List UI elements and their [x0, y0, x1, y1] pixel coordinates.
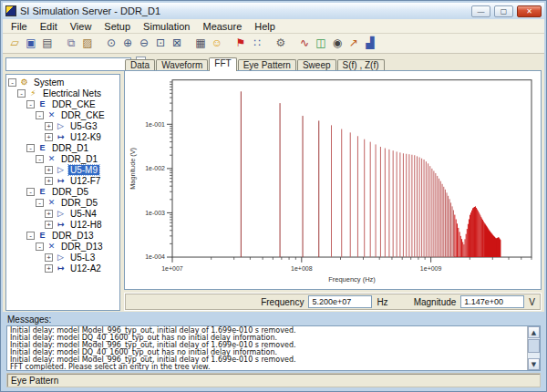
expander-icon[interactable]: + — [45, 133, 53, 141]
tree-item-u12-a2[interactable]: +↦U12-A2 — [6, 263, 119, 273]
toolbar-separator — [56, 36, 63, 51]
message-line: FFT completed. Please select an entry in… — [10, 364, 525, 371]
color-palette-icon[interactable]: ☺ — [209, 36, 225, 51]
scroll-thumb[interactable] — [528, 339, 540, 353]
close-button[interactable]: ✕ — [517, 5, 542, 17]
copy-icon[interactable]: ⧉ — [63, 36, 79, 51]
tree-item-u12-f7[interactable]: +↦U12-F7 — [6, 175, 119, 186]
messages-panel[interactable]: Initial delay: model Model_996_typ_out, … — [6, 325, 541, 371]
tree-item-electrical-nets[interactable]: -⚡Electrical Nets — [6, 88, 119, 98]
toolbar: ▱▣▤⧉▨⊙⊕⊖⊡⊠▦☺⚑∷⚙∿◫◉↗▟ — [3, 34, 544, 54]
driver-icon: ▷ — [56, 209, 66, 218]
expander-icon[interactable]: + — [45, 253, 53, 262]
magnitude-value: 1.147e+00 — [460, 295, 524, 308]
open-file-icon[interactable]: ▱ — [6, 36, 23, 51]
expander-icon[interactable]: - — [36, 199, 44, 207]
tree-item-u5-n4[interactable]: +▷U5-N4 — [6, 208, 119, 219]
messages-scrollbar[interactable]: ▲ ▼ — [527, 326, 540, 370]
menubar: FileEditViewSetupSimulationMeasureHelp — [3, 19, 544, 34]
tree-item-u12-h8[interactable]: +↦U12-H8 — [6, 219, 119, 230]
menu-item-help[interactable]: Help — [248, 20, 282, 33]
maximize-button[interactable]: ▢ — [494, 5, 513, 17]
tree-item-ddr-d13[interactable]: -✕DDR_D13 — [6, 241, 119, 252]
tree-item-ddr-d1[interactable]: -EDDR_D1 — [6, 142, 119, 153]
tree-item-label: U12-H8 — [68, 220, 103, 230]
expander-icon[interactable]: + — [45, 264, 53, 273]
run-simulation-icon[interactable]: ⚑ — [232, 36, 249, 51]
scroll-down-button[interactable]: ▼ — [528, 358, 540, 370]
nets-icon: ⚡ — [28, 88, 38, 98]
tree-item-label: U5-G3 — [68, 121, 98, 131]
expander-icon[interactable]: + — [45, 166, 53, 174]
subnet-icon: ✕ — [46, 198, 57, 207]
pin-icon[interactable]: ↗ — [346, 36, 362, 51]
tree-item-ddr-d13[interactable]: -EDDR_D13 — [6, 230, 119, 241]
expander-icon[interactable]: + — [45, 122, 53, 130]
net-icon: E — [37, 187, 47, 196]
toolbar-separator — [96, 36, 103, 51]
tree-item-ddr-d1[interactable]: -✕DDR_D1 — [6, 153, 119, 164]
export-image-icon[interactable]: ▨ — [79, 36, 96, 51]
expander-icon[interactable]: + — [45, 177, 53, 185]
tree-item-system[interactable]: -⚙System — [6, 77, 119, 88]
tree-item-label: System — [32, 77, 66, 88]
magnitude-label: Magnitude — [414, 297, 457, 307]
tree-item-label: Electrical Nets — [41, 88, 103, 98]
tree-item-ddr-cke[interactable]: -EDDR_CKE — [6, 98, 119, 109]
tab-fft[interactable]: FFT — [209, 57, 236, 71]
menu-item-setup[interactable]: Setup — [98, 20, 137, 33]
minimize-button[interactable]: — — [471, 5, 490, 17]
menu-item-simulation[interactable]: Simulation — [137, 20, 196, 33]
expander-icon[interactable]: + — [45, 221, 53, 229]
net-tree: -⚙System-⚡Electrical Nets-EDDR_CKE-✕DDR_… — [5, 74, 120, 311]
tree-item-ddr-d5[interactable]: -✕DDR_D5 — [6, 197, 119, 208]
frequency-value: 5.200e+07 — [308, 295, 372, 308]
print-icon[interactable]: ▤ — [39, 36, 56, 51]
menu-item-view[interactable]: View — [64, 20, 98, 33]
tree-item-label: DDR_D13 — [50, 231, 96, 241]
menu-item-edit[interactable]: Edit — [34, 20, 64, 33]
eye-mask-icon[interactable]: ◫ — [313, 36, 329, 51]
tools-icon[interactable]: ⚙ — [273, 36, 289, 51]
expander-icon[interactable]: - — [8, 78, 16, 87]
eye-icon[interactable]: ◉ — [329, 36, 346, 51]
zoom-cursor-icon[interactable]: ⊠ — [169, 36, 185, 51]
tree-item-u5-m9[interactable]: +▷U5-M9 — [6, 164, 119, 175]
fft-chart[interactable]: 1e+0071e+0081e+0091e-0011e-0021e-0031e-0… — [124, 70, 542, 290]
zoom-out-icon[interactable]: ⊖ — [136, 36, 152, 51]
zoom-in-icon[interactable]: ⊕ — [119, 36, 136, 51]
expander-icon[interactable]: - — [26, 188, 35, 196]
expander-icon[interactable]: - — [36, 155, 44, 163]
svg-text:1e-001: 1e-001 — [145, 121, 165, 128]
waveform-icon[interactable]: ∿ — [296, 36, 313, 51]
sidebar: ∞ -⚙System-⚡Electrical Nets-EDDR_CKE-✕DD… — [5, 57, 120, 311]
menu-item-file[interactable]: File — [5, 20, 34, 33]
svg-text:1e+007: 1e+007 — [161, 265, 183, 272]
tree-item-u5-g3[interactable]: +▷U5-G3 — [6, 120, 119, 131]
expander-icon[interactable]: - — [36, 242, 44, 251]
tree-item-ddr-d5[interactable]: -EDDR_D5 — [6, 186, 119, 197]
zoom-window-icon[interactable]: ⊡ — [152, 36, 169, 51]
expander-icon[interactable]: - — [26, 232, 35, 240]
tree-item-u5-l3[interactable]: +▷U5-L3 — [6, 252, 119, 263]
grid-icon[interactable]: ▦ — [192, 36, 209, 51]
histogram-icon[interactable]: ▟ — [362, 36, 378, 51]
expander-icon[interactable]: - — [26, 100, 35, 108]
frequency-label: Frequency — [261, 297, 304, 307]
expander-icon[interactable]: - — [17, 89, 26, 98]
zoom-fit-icon[interactable]: ⊙ — [103, 36, 119, 51]
tree-item-label: DDR_D1 — [59, 154, 99, 164]
expander-icon[interactable]: - — [26, 144, 35, 152]
main-panel: DataWaveformFFTEye PatternSweepS(f) , Z(… — [124, 57, 542, 311]
expander-icon[interactable]: - — [36, 111, 44, 119]
menu-item-measure[interactable]: Measure — [196, 20, 248, 33]
receiver-icon: ↦ — [56, 176, 66, 185]
tree-search-input[interactable] — [5, 57, 131, 71]
save-icon[interactable]: ▣ — [23, 36, 39, 51]
expander-icon[interactable]: + — [45, 210, 53, 218]
probe-points-icon[interactable]: ∷ — [249, 36, 265, 51]
scroll-up-button[interactable]: ▲ — [528, 326, 540, 338]
tree-item-u12-k9[interactable]: +↦U12-K9 — [6, 131, 119, 142]
messages-lines: Initial delay: model Model_996_typ_out, … — [10, 327, 525, 371]
tree-item-ddr-cke[interactable]: -✕DDR_CKE — [6, 109, 119, 120]
